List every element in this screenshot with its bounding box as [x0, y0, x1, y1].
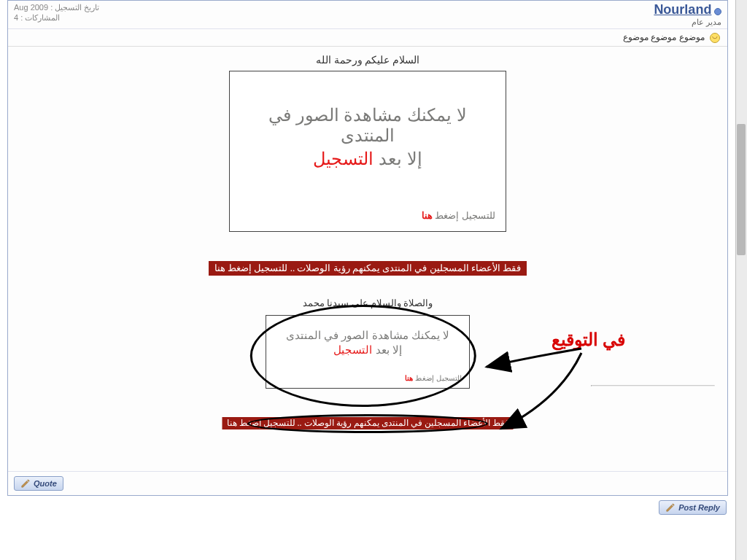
- post-count-value: 4: [14, 13, 18, 22]
- reply-icon: [665, 502, 676, 513]
- post-count-row: 4 : المشاركات: [14, 12, 99, 23]
- cta-here: هنا: [422, 210, 433, 221]
- scroll-thumb[interactable]: [737, 124, 746, 255]
- quote-icon: [20, 478, 31, 489]
- annotation-circle-2: [247, 414, 488, 433]
- post-body: السلام عليكم ورحمة الله لا يمكنك مشاهدة …: [8, 47, 727, 471]
- user-meta: Aug 2009 : تاريخ التسجيل 4 : المشاركات: [14, 2, 99, 27]
- post-title: موضوع موضوع موضوع: [623, 32, 705, 42]
- join-date-label: تاريخ التسجيل: [55, 3, 99, 12]
- register-cta[interactable]: للتسجيل إضغط هنا: [240, 210, 495, 221]
- user-title: مدير عام: [654, 18, 721, 27]
- post-title-row: موضوع موضوع موضوع: [8, 29, 727, 47]
- page-wrapper: Nourland مدير عام Aug 2009 : تاريخ التسج…: [0, 0, 735, 560]
- forum-post: Nourland مدير عام Aug 2009 : تاريخ التسج…: [7, 0, 728, 496]
- quote-button[interactable]: Quote: [14, 476, 63, 491]
- annotation-circle-1: [250, 305, 476, 407]
- smile-icon: [710, 33, 720, 43]
- post-header: Nourland مدير عام Aug 2009 : تاريخ التسج…: [8, 1, 727, 29]
- notice-line2-a: إلا بعد: [379, 149, 422, 168]
- page-scrollbar[interactable]: [735, 0, 747, 560]
- post-count-label: المشاركات: [25, 13, 60, 22]
- online-status-icon: [714, 8, 721, 15]
- members-only-bar[interactable]: فقط الأعضاء المسجلين في المنتدى يمكنهم ر…: [209, 261, 527, 276]
- user-block: Nourland مدير عام: [654, 2, 721, 27]
- post-reply-label: Post Reply: [678, 503, 720, 512]
- cta-text: للتسجيل إضغط: [435, 210, 495, 221]
- image-placeholder-big: لا يمكنك مشاهدة الصور في المنتدى إلا بعد…: [229, 71, 506, 232]
- notice-line2-b: التسجيل: [313, 149, 374, 168]
- join-date-row: Aug 2009 : تاريخ التسجيل: [14, 2, 99, 12]
- thread-actions: Post Reply: [7, 496, 728, 515]
- post-reply-button[interactable]: Post Reply: [659, 500, 727, 515]
- username-link[interactable]: Nourland: [654, 2, 711, 17]
- join-date-value: Aug 2009: [14, 3, 48, 12]
- greeting-text: السلام عليكم ورحمة الله: [23, 54, 713, 66]
- quote-button-label: Quote: [34, 479, 57, 488]
- post-footer: Quote: [8, 471, 727, 495]
- signature-area: لا يمكنك مشاهدة الصور في المنتدى إلا بعد…: [23, 315, 713, 461]
- notice-line1: لا يمكنك مشاهدة الصور في المنتدى: [240, 105, 495, 146]
- notice-line2: إلا بعد التسجيل: [240, 149, 495, 169]
- annotation-label: في التوقيع: [551, 330, 625, 350]
